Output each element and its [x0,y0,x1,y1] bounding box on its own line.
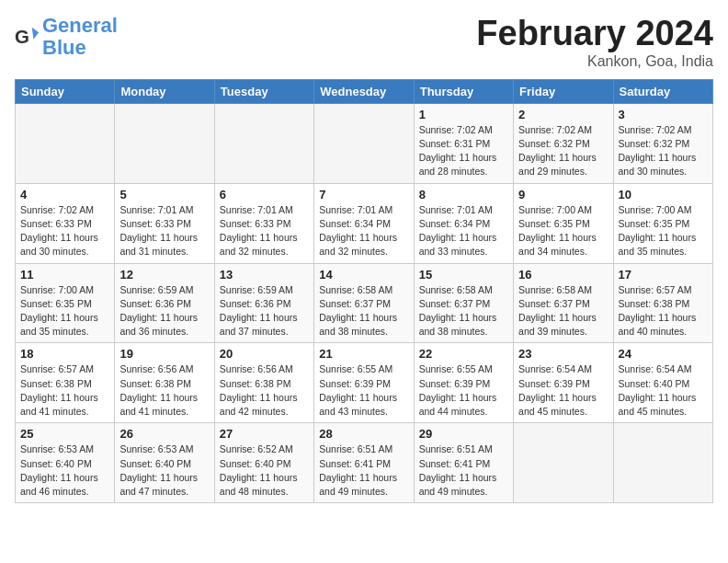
logo: G General Blue [15,15,118,59]
day-info: Sunrise: 7:01 AMSunset: 6:34 PMDaylight:… [419,203,508,259]
day-info: Sunrise: 7:02 AMSunset: 6:33 PMDaylight:… [20,203,109,259]
day-number: 24 [619,347,708,361]
calendar-cell: 1Sunrise: 7:02 AMSunset: 6:31 PMDaylight… [414,103,513,183]
weekday-header-tuesday: Tuesday [214,79,313,103]
day-number: 20 [220,347,309,361]
calendar-cell: 4Sunrise: 7:02 AMSunset: 6:33 PMDaylight… [16,183,115,263]
day-info: Sunrise: 6:53 AMSunset: 6:40 PMDaylight:… [119,442,209,499]
day-number: 11 [20,268,109,282]
day-info: Sunrise: 7:02 AMSunset: 6:32 PMDaylight:… [619,123,708,179]
day-info: Sunrise: 6:51 AMSunset: 6:41 PMDaylight:… [319,442,408,499]
day-info: Sunrise: 6:55 AMSunset: 6:39 PMDaylight:… [419,362,508,419]
svg-marker-1 [32,28,39,40]
calendar-cell: 5Sunrise: 7:01 AMSunset: 6:33 PMDaylight… [115,183,214,263]
day-number: 3 [619,108,708,121]
calendar-cell: 3Sunrise: 7:02 AMSunset: 6:32 PMDaylight… [613,103,712,183]
day-number: 17 [619,268,708,282]
calendar-cell [613,423,712,503]
day-info: Sunrise: 6:54 AMSunset: 6:40 PMDaylight:… [619,362,708,419]
calendar-cell: 17Sunrise: 6:57 AMSunset: 6:38 PMDayligh… [613,263,712,343]
day-number: 21 [319,347,408,361]
calendar-cell: 2Sunrise: 7:02 AMSunset: 6:32 PMDaylight… [514,103,613,183]
calendar-cell [16,103,115,183]
weekday-header-wednesday: Wednesday [314,79,414,103]
day-number: 9 [518,188,608,201]
calendar-cell: 23Sunrise: 6:54 AMSunset: 6:39 PMDayligh… [514,343,613,423]
day-info: Sunrise: 6:54 AMSunset: 6:39 PMDaylight:… [518,362,608,419]
calendar-cell: 19Sunrise: 6:56 AMSunset: 6:38 PMDayligh… [115,343,214,423]
day-number: 16 [518,268,608,282]
day-info: Sunrise: 6:58 AMSunset: 6:37 PMDaylight:… [419,283,508,339]
day-number: 4 [20,188,109,201]
day-info: Sunrise: 7:00 AMSunset: 6:35 PMDaylight:… [20,283,109,339]
day-info: Sunrise: 7:01 AMSunset: 6:33 PMDaylight:… [119,203,209,259]
day-info: Sunrise: 6:57 AMSunset: 6:38 PMDaylight:… [619,283,708,339]
day-number: 8 [419,188,508,201]
calendar-cell [115,103,214,183]
calendar-cell [514,423,613,503]
day-info: Sunrise: 6:59 AMSunset: 6:36 PMDaylight:… [119,283,209,339]
day-info: Sunrise: 6:59 AMSunset: 6:36 PMDaylight:… [220,283,309,339]
calendar-cell: 21Sunrise: 6:55 AMSunset: 6:39 PMDayligh… [314,343,414,423]
day-number: 10 [619,188,708,201]
day-number: 15 [419,268,508,282]
svg-text:G: G [15,26,29,47]
page-header: G General Blue February 2024 Kankon, Goa… [15,15,713,70]
calendar-cell: 26Sunrise: 6:53 AMSunset: 6:40 PMDayligh… [115,423,214,503]
calendar-cell [314,103,414,183]
calendar-cell: 15Sunrise: 6:58 AMSunset: 6:37 PMDayligh… [414,263,513,343]
calendar-cell: 16Sunrise: 6:58 AMSunset: 6:37 PMDayligh… [514,263,613,343]
day-info: Sunrise: 6:58 AMSunset: 6:37 PMDaylight:… [518,283,608,339]
calendar-cell: 11Sunrise: 7:00 AMSunset: 6:35 PMDayligh… [16,263,115,343]
calendar-cell: 7Sunrise: 7:01 AMSunset: 6:34 PMDaylight… [314,183,414,263]
day-number: 5 [119,188,209,201]
day-info: Sunrise: 6:56 AMSunset: 6:38 PMDaylight:… [220,362,309,419]
calendar-cell: 9Sunrise: 7:00 AMSunset: 6:35 PMDaylight… [514,183,613,263]
day-number: 25 [20,427,109,441]
day-number: 14 [319,268,408,282]
day-number: 2 [518,108,608,121]
weekday-header-sunday: Sunday [16,79,115,103]
calendar-week-row: 18Sunrise: 6:57 AMSunset: 6:38 PMDayligh… [16,343,713,423]
day-info: Sunrise: 7:02 AMSunset: 6:32 PMDaylight:… [518,123,608,179]
weekday-header-row: SundayMondayTuesdayWednesdayThursdayFrid… [16,79,713,103]
calendar-cell: 29Sunrise: 6:51 AMSunset: 6:41 PMDayligh… [414,423,513,503]
calendar-cell: 12Sunrise: 6:59 AMSunset: 6:36 PMDayligh… [115,263,214,343]
calendar-cell: 13Sunrise: 6:59 AMSunset: 6:36 PMDayligh… [214,263,313,343]
calendar-cell: 25Sunrise: 6:53 AMSunset: 6:40 PMDayligh… [16,423,115,503]
calendar-cell: 8Sunrise: 7:01 AMSunset: 6:34 PMDaylight… [414,183,513,263]
calendar-cell: 18Sunrise: 6:57 AMSunset: 6:38 PMDayligh… [16,343,115,423]
logo-blue: Blue [42,36,86,59]
calendar-cell: 20Sunrise: 6:56 AMSunset: 6:38 PMDayligh… [214,343,313,423]
calendar-table: SundayMondayTuesdayWednesdayThursdayFrid… [15,79,713,503]
day-number: 19 [119,347,209,361]
logo-icon: G [15,24,40,50]
day-info: Sunrise: 6:52 AMSunset: 6:40 PMDaylight:… [220,442,309,499]
calendar-cell [214,103,313,183]
calendar-cell: 10Sunrise: 7:00 AMSunset: 6:35 PMDayligh… [613,183,712,263]
day-info: Sunrise: 7:00 AMSunset: 6:35 PMDaylight:… [518,203,608,259]
logo-general: General [42,14,118,37]
calendar-cell: 22Sunrise: 6:55 AMSunset: 6:39 PMDayligh… [414,343,513,423]
day-number: 12 [119,268,209,282]
calendar-week-row: 4Sunrise: 7:02 AMSunset: 6:33 PMDaylight… [16,183,713,263]
calendar-cell: 27Sunrise: 6:52 AMSunset: 6:40 PMDayligh… [214,423,313,503]
calendar-week-row: 11Sunrise: 7:00 AMSunset: 6:35 PMDayligh… [16,263,713,343]
day-number: 28 [319,427,408,441]
month-title: February 2024 [476,15,713,53]
day-number: 27 [220,427,309,441]
day-number: 1 [419,108,508,121]
calendar-cell: 24Sunrise: 6:54 AMSunset: 6:40 PMDayligh… [613,343,712,423]
day-number: 22 [419,347,508,361]
calendar-cell: 6Sunrise: 7:01 AMSunset: 6:33 PMDaylight… [214,183,313,263]
day-number: 18 [20,347,109,361]
calendar-cell: 28Sunrise: 6:51 AMSunset: 6:41 PMDayligh… [314,423,414,503]
day-number: 6 [220,188,309,201]
calendar-week-row: 1Sunrise: 7:02 AMSunset: 6:31 PMDaylight… [16,103,713,183]
day-info: Sunrise: 7:01 AMSunset: 6:34 PMDaylight:… [319,203,408,259]
weekday-header-monday: Monday [115,79,214,103]
weekday-header-thursday: Thursday [414,79,513,103]
calendar-week-row: 25Sunrise: 6:53 AMSunset: 6:40 PMDayligh… [16,423,713,503]
day-number: 13 [220,268,309,282]
day-info: Sunrise: 6:58 AMSunset: 6:37 PMDaylight:… [319,283,408,339]
